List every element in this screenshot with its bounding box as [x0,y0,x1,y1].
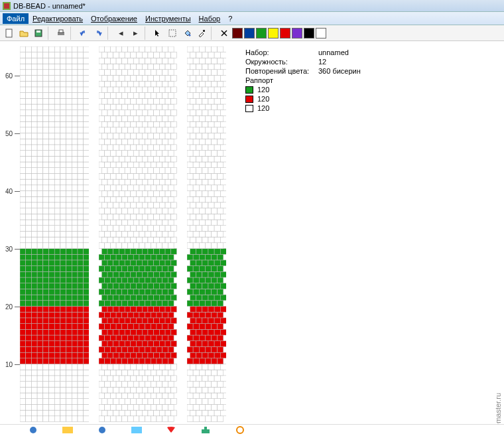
select-tool[interactable] [166,27,179,40]
design-grid[interactable] [20,46,89,422]
svg-rect-1416 [99,139,105,145]
pointer-tool[interactable] [151,27,164,40]
pipette-tool[interactable] [195,27,208,40]
svg-rect-562 [78,156,84,162]
info-rep-label: Повторений цвета: [245,66,318,76]
svg-rect-1487 [137,110,143,116]
svg-rect-2022 [193,46,199,52]
menu-edit[interactable]: Редактировать [29,13,87,24]
svg-rect-595 [60,139,66,145]
svg-rect-598 [78,139,84,145]
svg-rect-152 [66,352,72,358]
svg-rect-1555 [151,81,157,87]
svg-rect-384 [20,237,26,243]
svg-rect-610 [78,133,84,139]
palette-swatch-0[interactable] [232,28,243,38]
svg-rect-1855 [199,208,205,214]
svg-rect-20 [66,416,72,422]
arrow-left-button[interactable]: ◂ [114,27,127,40]
svg-rect-190 [78,335,84,341]
svg-rect-65 [49,393,55,399]
svg-rect-1812 [196,249,202,255]
svg-rect-505 [26,179,32,185]
svg-rect-944 [154,352,160,358]
svg-rect-1368 [122,162,128,168]
undo-button[interactable] [77,27,90,40]
svg-rect-176 [66,341,72,347]
svg-rect-1852 [220,214,226,220]
new-button[interactable] [3,27,16,40]
palette-swatch-4[interactable] [280,28,290,38]
svg-rect-1540 [143,87,149,93]
menu-file[interactable]: Файл [3,13,29,24]
svg-rect-256 [43,301,49,307]
svg-rect-1882 [218,185,223,191]
redo-button[interactable] [92,27,105,40]
svg-rect-462 [54,202,60,208]
palette-swatch-1[interactable] [244,28,255,38]
svg-rect-768 [20,52,26,58]
svg-rect-682 [78,98,84,104]
palette-swatch-6[interactable] [304,28,314,38]
svg-rect-1035 [151,312,157,318]
menu-help[interactable]: ? [224,13,236,24]
svg-rect-635 [84,121,90,127]
svg-rect-117 [72,370,78,376]
svg-rect-1594 [154,64,160,70]
svg-rect-1601 [116,58,122,64]
open-button[interactable] [17,27,31,40]
svg-rect-1002 [111,324,117,330]
svg-rect-703 [60,87,66,93]
svg-rect-433 [26,214,32,220]
palette-swatch-2[interactable] [256,28,267,38]
svg-rect-314 [31,271,37,277]
svg-rect-397 [26,231,32,237]
palette-swatch-7[interactable] [316,28,326,38]
svg-rect-704 [66,87,72,93]
svg-rect-1485 [125,110,131,116]
svg-rect-1849 [202,214,208,220]
svg-rect-71 [84,393,90,399]
svg-rect-1177 [148,249,154,255]
svg-rect-583 [60,145,66,151]
svg-rect-920 [165,364,171,370]
svg-rect-1698 [193,358,199,364]
svg-rect-1527 [139,93,145,99]
rope-grid[interactable] [187,46,226,422]
svg-rect-943 [148,352,154,358]
svg-rect-1386 [154,156,160,162]
svg-rect-1654 [218,404,223,410]
svg-rect-1458 [119,121,125,127]
svg-rect-343 [60,260,66,266]
menu-view[interactable]: Отображение [87,13,141,24]
svg-rect-870 [99,382,105,388]
save-button[interactable] [32,27,45,40]
x-tool[interactable] [218,27,231,40]
svg-rect-234 [54,312,60,318]
svg-rect-1517 [160,98,166,104]
svg-rect-1163 [139,254,145,260]
svg-rect-1430 [107,133,113,139]
svg-rect-937 [113,352,119,358]
arrow-right-button[interactable]: ▸ [129,27,142,40]
svg-rect-729 [72,76,78,82]
expanded-grid[interactable] [99,46,176,422]
svg-rect-1422 [134,139,140,145]
svg-rect-1291 [128,196,134,202]
svg-rect-460 [43,202,49,208]
svg-rect-594 [54,139,60,145]
svg-rect-371 [84,249,90,255]
palette-swatch-5[interactable] [292,28,302,38]
svg-rect-240 [20,307,26,313]
menu-set[interactable]: Набор [195,13,225,24]
svg-rect-1712 [205,346,211,352]
menu-tools[interactable]: Инструменты [141,13,195,24]
palette-swatch-3[interactable] [268,28,279,38]
svg-rect-860 [119,387,125,393]
svg-rect-2032 [202,429,204,433]
svg-rect-691 [60,93,66,99]
svg-rect-1817 [187,243,193,249]
fill-tool[interactable] [180,27,194,40]
print-button[interactable] [54,27,68,40]
svg-rect-511 [60,179,66,185]
